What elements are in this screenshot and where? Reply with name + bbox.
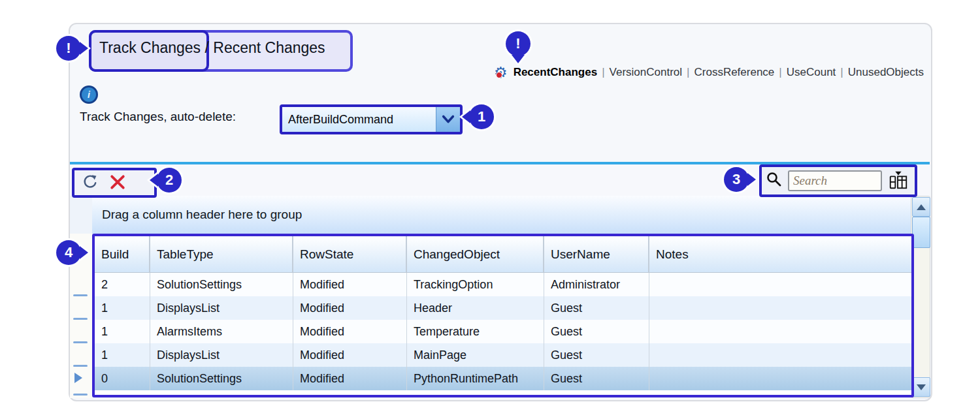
module-tabs: ⚙ RecentChanges | VersionControl | Cross… (456, 65, 924, 80)
nav-separator: | (779, 66, 781, 79)
triangle-down-icon (917, 384, 926, 390)
column-header-rowstate[interactable]: RowState (293, 236, 407, 272)
annotation-badge-3: 3 (724, 167, 749, 192)
auto-delete-label: Track Changes, auto-delete: (80, 110, 236, 124)
scroll-up-button[interactable] (912, 197, 930, 217)
annotation-badge-2: 2 (157, 168, 182, 193)
search-icon (766, 171, 783, 191)
cell-changedobject: PythonRuntimePath (407, 367, 544, 390)
recent-changes-grid: Build TableType RowState ChangedObject U… (92, 234, 914, 397)
nav-tab-unused-objects[interactable]: UnusedObjects (848, 66, 924, 79)
row-separator (73, 394, 88, 396)
cell-build: 1 (95, 296, 150, 320)
table-row[interactable]: 1 DisplaysList Modified Header Guest (95, 296, 911, 320)
triangle-up-icon (917, 204, 926, 210)
cell-username: Guest (544, 296, 649, 320)
cell-rowstate: Modified (293, 296, 407, 320)
grid-header-row: Build TableType RowState ChangedObject U… (95, 236, 911, 273)
cell-tabletype: DisplaysList (150, 343, 293, 367)
cell-notes (649, 273, 911, 296)
cell-build: 2 (95, 273, 150, 296)
cell-username: Guest (544, 367, 649, 390)
column-header-notes[interactable]: Notes (649, 236, 911, 272)
refresh-button[interactable] (81, 174, 99, 192)
nav-tab-cross-reference[interactable]: CrossReference (694, 66, 774, 79)
annotation-badge-nav-label: ! (515, 35, 520, 52)
cell-rowstate: Modified (293, 343, 407, 367)
auto-delete-dropdown-value: AfterBuildCommand (282, 107, 436, 132)
cell-rowstate: Modified (293, 367, 407, 390)
cell-username: Guest (544, 343, 649, 367)
gear-icon: ⚙ (494, 65, 508, 80)
nav-separator: | (687, 66, 689, 79)
cell-username: Guest (544, 320, 649, 343)
row-separator (73, 365, 88, 367)
cell-notes (649, 367, 911, 390)
row-separator (73, 341, 88, 343)
row-separator (73, 294, 88, 296)
delete-x-button[interactable] (108, 174, 127, 192)
cell-build: 1 (95, 320, 150, 343)
column-header-tabletype[interactable]: TableType (150, 236, 293, 272)
annotation-badge-1: 1 (469, 104, 494, 129)
nav-separator: | (840, 66, 843, 79)
nav-separator: | (602, 66, 604, 79)
cell-build: 0 (95, 367, 150, 390)
cell-tabletype: SolutionSettings (150, 367, 293, 390)
annotation-badge-1-label: 1 (478, 108, 485, 125)
annotation-badge-2-label: 2 (165, 172, 173, 188)
cell-tabletype: SolutionSettings (150, 273, 293, 296)
cell-notes (649, 343, 911, 367)
cell-build: 1 (95, 343, 150, 367)
cell-changedobject: Header (407, 296, 544, 320)
selected-row-indicator-icon (74, 373, 82, 383)
column-header-build[interactable]: Build (95, 236, 150, 272)
annotation-badge-4-label: 4 (65, 244, 73, 260)
annotation-badge-3-label: 3 (732, 171, 740, 187)
scroll-down-button[interactable] (912, 377, 930, 397)
group-by-drop-zone[interactable]: Drag a column header here to group (92, 196, 911, 234)
cell-changedobject: Temperature (407, 320, 544, 343)
column-header-changedobject[interactable]: ChangedObject (407, 236, 544, 272)
table-row[interactable]: 1 AlarmsItems Modified Temperature Guest (95, 320, 911, 343)
annotation-box-tools (72, 168, 157, 198)
table-row[interactable]: 2 SolutionSettings Modified TrackingOpti… (95, 273, 911, 296)
annotation-badge-nav: ! (506, 31, 531, 56)
nav-tab-recent-changes[interactable]: RecentChanges (514, 66, 597, 79)
cell-rowstate: Modified (293, 320, 407, 343)
grid-corner-cell (70, 196, 92, 234)
column-chooser-icon[interactable] (887, 170, 909, 192)
cell-tabletype: DisplaysList (150, 296, 293, 320)
page-title: Track Changes / Recent Changes (99, 39, 325, 57)
cell-changedobject: MainPage (407, 343, 544, 367)
cell-rowstate: Modified (293, 273, 407, 296)
auto-delete-dropdown[interactable]: AfterBuildCommand (280, 104, 463, 134)
annotation-badge-title: ! (56, 36, 81, 61)
annotation-badge-4: 4 (56, 240, 81, 265)
scrollbar-thumb[interactable] (912, 217, 930, 248)
cell-changedobject: TrackingOption (407, 273, 544, 296)
annotation-badge-title-label: ! (66, 40, 71, 56)
info-icon[interactable]: i (80, 85, 98, 104)
screen: Track Changes / Recent Changes ! ⚙ Recen… (0, 0, 980, 419)
table-row-selected[interactable]: 0 SolutionSettings Modified PythonRuntim… (95, 367, 911, 390)
nav-tab-version-control[interactable]: VersionControl (610, 66, 683, 79)
cell-notes (649, 320, 911, 343)
cell-notes (649, 296, 911, 320)
chevron-down-icon[interactable] (436, 107, 460, 132)
column-header-username[interactable]: UserName (544, 236, 649, 272)
table-row[interactable]: 1 DisplaysList Modified MainPage Guest (95, 343, 911, 367)
search-input[interactable] (788, 170, 882, 191)
annotation-box-search (759, 164, 917, 197)
cell-username: Administrator (544, 273, 649, 296)
row-separator (73, 318, 88, 320)
nav-tab-use-count[interactable]: UseCount (787, 66, 836, 79)
cell-tabletype: AlarmsItems (150, 320, 293, 343)
